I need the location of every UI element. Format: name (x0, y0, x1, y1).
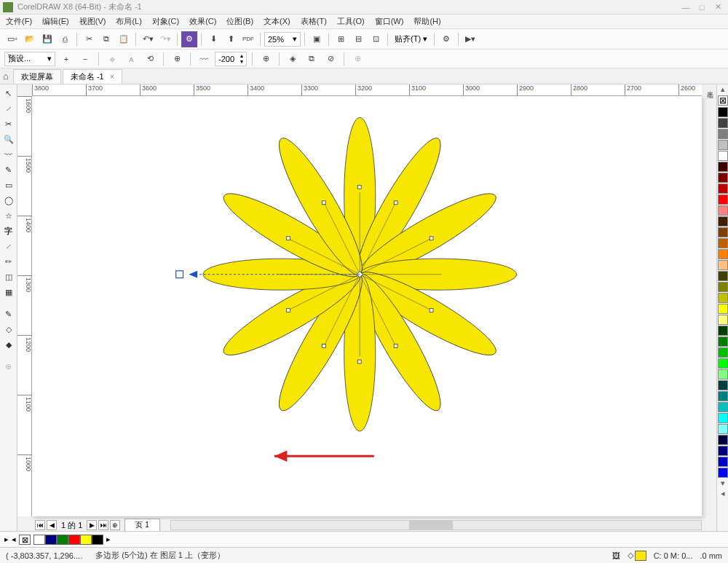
outline-tool[interactable]: ◇ (1, 322, 16, 336)
paste-button[interactable]: 📋 (116, 31, 132, 47)
palette-up-button[interactable]: ▴ (717, 84, 728, 95)
color-swatch[interactable] (718, 446, 728, 456)
fill-indicator[interactable]: ◇ (628, 551, 646, 561)
doc-color-swatch[interactable] (33, 535, 45, 545)
dropshadow-tool[interactable]: ◫ (1, 269, 16, 284)
more-button[interactable]: ⊕ (349, 51, 365, 67)
palette-scroll-left[interactable]: ◂ (12, 535, 16, 544)
ellipse-tool[interactable]: ◯ (1, 193, 16, 208)
export-button[interactable]: ⬆ (223, 31, 239, 47)
restore-button[interactable]: □ (695, 2, 709, 12)
color-swatch[interactable] (718, 402, 728, 412)
zoom-tool[interactable]: 🔍 (1, 132, 16, 146)
color-swatch[interactable] (718, 194, 728, 205)
quickcustom-button[interactable]: ⊕ (1, 359, 16, 374)
dimension-tool[interactable]: ⟋ (1, 239, 16, 253)
wave-icon[interactable]: 〰 (196, 51, 212, 67)
menu-layout[interactable]: 布局(L) (116, 16, 141, 27)
doc-color-swatch[interactable] (92, 535, 103, 545)
color-swatch[interactable] (718, 282, 728, 292)
tab-close-icon[interactable]: × (110, 72, 114, 81)
amplitude-input[interactable]: -200▴▾ (215, 52, 247, 66)
pick-tool[interactable]: ↖ (1, 86, 16, 101)
color-swatch[interactable] (718, 457, 728, 467)
color-swatch[interactable] (718, 468, 728, 478)
menu-edit[interactable]: 编辑(E) (42, 16, 69, 27)
import-button[interactable]: ⬇ (205, 31, 221, 47)
distort-zipper-icon[interactable]: ⟑ (123, 51, 139, 67)
proof-icon[interactable]: 🖼 (612, 551, 620, 560)
color-swatch[interactable] (718, 238, 728, 248)
menu-tools[interactable]: 工具(O) (337, 16, 365, 27)
menu-table[interactable]: 表格(T) (301, 16, 327, 27)
fullscreen-button[interactable]: ▣ (309, 31, 325, 47)
print-button[interactable]: ⎙ (57, 31, 73, 47)
page-prev-button[interactable]: ◀ (47, 520, 57, 530)
color-swatch[interactable] (718, 107, 728, 117)
color-swatch[interactable] (718, 184, 728, 194)
home-icon[interactable]: ⌂ (3, 71, 9, 82)
redo-button[interactable]: ↷▾ (157, 31, 173, 47)
drawing-canvas[interactable] (32, 96, 702, 516)
new-button[interactable]: ▭+ (4, 31, 20, 47)
eyedropper-tool[interactable]: ✎ (1, 307, 16, 321)
menu-window[interactable]: 窗口(W) (375, 16, 404, 27)
cut-button[interactable]: ✂ (81, 31, 97, 47)
undo-button[interactable]: ↶▾ (140, 31, 156, 47)
doc-color-swatch[interactable] (45, 535, 57, 545)
pdf-button[interactable]: PDF (240, 31, 256, 47)
artistic-tool[interactable]: ✎ (1, 162, 16, 177)
color-swatch[interactable] (718, 260, 728, 270)
page-last-button[interactable]: ⏭ (98, 520, 108, 530)
palette-menu-button[interactable]: ▸ (4, 535, 9, 544)
search-button[interactable]: ⚙ (181, 31, 197, 47)
freehand-tool[interactable]: 〰 (1, 147, 16, 162)
color-swatch[interactable] (718, 271, 728, 281)
color-swatch[interactable] (718, 326, 728, 336)
menu-help[interactable]: 帮助(H) (414, 16, 440, 27)
doc-color-swatch[interactable] (80, 535, 92, 545)
minimize-button[interactable]: — (678, 2, 693, 12)
menu-text[interactable]: 文本(X) (264, 16, 290, 27)
page-tab[interactable]: 页 1 (124, 519, 159, 531)
doc-color-swatch[interactable] (57, 535, 68, 545)
connector-tool[interactable]: ✏ (1, 254, 16, 269)
color-swatch[interactable] (718, 249, 728, 259)
copy-button[interactable]: ⧉ (98, 31, 114, 47)
color-swatch[interactable] (718, 369, 728, 379)
convert-button[interactable]: ◈ (285, 51, 301, 67)
color-swatch[interactable] (718, 173, 728, 183)
rectangle-tool[interactable]: ▭ (1, 178, 16, 192)
copy-props-button[interactable]: ⧉ (304, 51, 320, 67)
snap-dropdown[interactable]: 贴齐(T) ▾ (392, 34, 430, 44)
menu-bitmap[interactable]: 位图(B) (226, 16, 253, 27)
color-swatch[interactable] (718, 413, 728, 423)
color-swatch[interactable] (718, 162, 728, 172)
ruler-horizontal[interactable]: 3800370036003500340033003200310030002900… (32, 84, 702, 96)
guides-button[interactable]: ⊟ (350, 31, 366, 47)
page-add-button[interactable]: ⊕ (110, 520, 120, 530)
palette-down-button[interactable]: ▾ (717, 479, 728, 489)
color-swatch[interactable] (718, 227, 728, 237)
distort-push-icon[interactable]: ⟐ (104, 51, 120, 67)
open-button[interactable]: 📂 (22, 31, 38, 47)
color-swatch[interactable] (718, 151, 728, 161)
hscrollbar[interactable] (170, 520, 702, 530)
launch-button[interactable]: ▶▾ (462, 31, 478, 47)
options-button[interactable]: ⚙ (438, 31, 454, 47)
menu-effects[interactable]: 效果(C) (189, 16, 216, 27)
close-button[interactable]: ✕ (711, 2, 725, 12)
add-node-button[interactable]: ⊕ (258, 51, 274, 67)
color-swatch[interactable] (718, 205, 728, 216)
color-swatch[interactable] (718, 129, 728, 139)
tab-document[interactable]: 未命名 -1× (63, 69, 122, 84)
tab-welcome[interactable]: 欢迎屏幕 (13, 69, 61, 84)
color-swatch[interactable] (718, 336, 728, 347)
distort-twister-icon[interactable]: ⟲ (142, 51, 158, 67)
grid-button[interactable]: ⊞ (333, 31, 349, 47)
color-swatch[interactable] (718, 347, 728, 358)
color-swatch[interactable] (718, 391, 728, 401)
palette-scroll-right[interactable]: ▸ (106, 535, 111, 544)
color-swatch[interactable] (718, 435, 728, 445)
no-fill-swatch[interactable]: ⊠ (19, 535, 31, 545)
